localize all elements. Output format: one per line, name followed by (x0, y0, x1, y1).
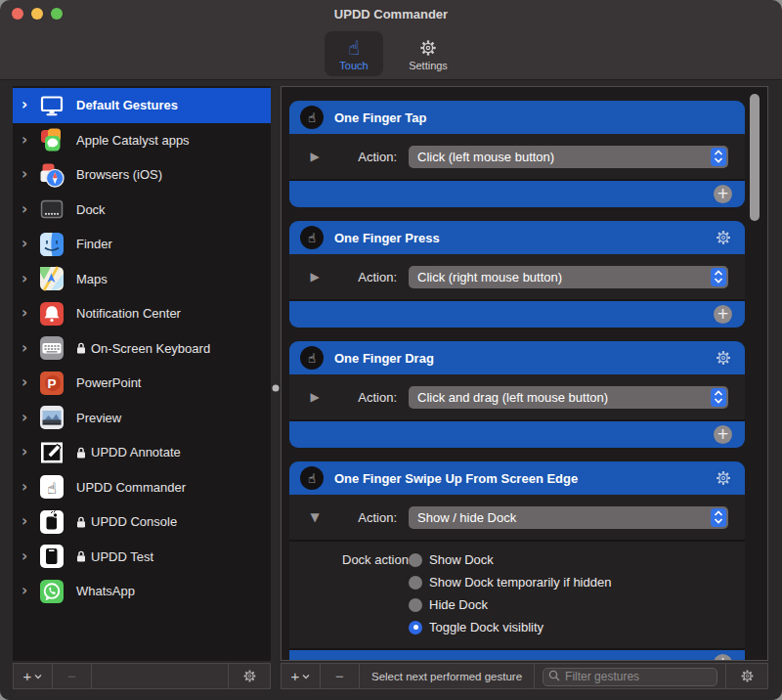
chevron-right-icon[interactable]: › (22, 514, 37, 529)
radio-row: Dock action:Show Dock (289, 548, 745, 571)
add-action-button[interactable]: + (714, 425, 732, 444)
radio-button[interactable] (409, 553, 422, 567)
gesture-settings-icon[interactable] (714, 348, 733, 368)
minus-icon: − (67, 668, 76, 684)
remove-gesture-button[interactable]: − (321, 664, 360, 688)
radio-button[interactable] (409, 621, 422, 634)
scrollbar-thumb[interactable] (750, 94, 760, 221)
sidebar-item-finder[interactable]: ›Finder (13, 227, 271, 262)
lock-icon (76, 447, 88, 459)
action-label: Action: (342, 510, 397, 525)
disclosure-right-icon[interactable]: ▶ (297, 390, 332, 404)
notification-icon (39, 301, 65, 327)
add-action-button[interactable]: + (714, 185, 732, 203)
gesture-card-header[interactable]: ☝One Finger Drag (289, 341, 745, 374)
chevron-right-icon[interactable]: › (22, 445, 37, 459)
chevron-right-icon[interactable]: › (22, 272, 37, 286)
disclosure-down-icon[interactable]: ▼ (297, 510, 332, 524)
pane-splitter[interactable] (271, 86, 281, 689)
sidebar-item-on-screen-keyboard[interactable]: ›On-Screen Keyboard (13, 331, 271, 367)
action-dropdown[interactable]: Click (left mouse button) (409, 146, 728, 168)
minimize-button[interactable] (31, 8, 43, 20)
lock-icon (76, 342, 88, 354)
gesture-settings-icon[interactable] (714, 228, 733, 247)
plus-icon: + (291, 669, 300, 683)
zoom-button[interactable] (51, 8, 63, 20)
gesture-card-body: ▼Action:Show / hide DockDock action:Show… (289, 495, 745, 648)
gesture-panel: ☝One Finger Tap▶Action:Click (left mouse… (281, 86, 768, 689)
sidebar-footer: + − (13, 663, 271, 689)
select-next-gesture-button[interactable]: Select next performed gesture (360, 664, 535, 688)
action-dropdown[interactable]: Click (right mouse button) (409, 266, 728, 288)
sidebar-item-default-gestures[interactable]: ›Default Gestures (13, 88, 271, 123)
dock-icon (39, 197, 65, 222)
gesture-card-body: ▶Action:Click (left mouse button) (289, 134, 745, 179)
sidebar-item-browsers-ios-[interactable]: ›Browsers (iOS) (13, 157, 271, 193)
chevron-right-icon[interactable]: › (22, 133, 37, 148)
filter-segment (535, 664, 726, 688)
sidebar-item-label: UPDD Commander (76, 480, 186, 495)
main-settings-button[interactable] (726, 664, 767, 688)
chevron-right-icon[interactable]: › (22, 480, 37, 495)
gesture-hand-icon: ☝ (300, 346, 324, 370)
chevron-down-icon (302, 674, 310, 679)
sidebar-item-updd-commander[interactable]: ›☝UPDD Commander (13, 470, 271, 505)
action-dropdown[interactable]: Show / hide Dock (409, 506, 728, 529)
close-button[interactable] (12, 8, 23, 20)
chevron-right-icon[interactable]: › (22, 341, 37, 356)
sidebar-item-label: Default Gestures (76, 98, 178, 112)
tab-touch[interactable]: ☝ Touch (325, 31, 383, 76)
action-dropdown[interactable]: Click and drag (left mouse button) (409, 386, 728, 409)
chevron-right-icon[interactable]: › (22, 411, 37, 425)
chevron-right-icon[interactable]: › (22, 549, 37, 564)
gesture-title: One Finger Press (334, 231, 714, 245)
action-row: ▼Action:Show / hide Dock (289, 495, 745, 540)
add-gesture-button[interactable]: + (282, 664, 321, 688)
gesture-card-header[interactable]: ☝One Finger Tap (289, 101, 745, 134)
action-label: Action: (342, 390, 397, 405)
sidebar-item-notification-center[interactable]: ›Notification Center (13, 296, 271, 331)
chevron-right-icon[interactable]: › (22, 202, 37, 217)
radio-row: Toggle Dock visiblity (289, 616, 745, 638)
sidebar-item-apple-catalyst-apps[interactable]: ›Apple Catalyst apps (13, 123, 271, 158)
add-action-button[interactable]: + (714, 305, 732, 324)
gesture-card-header[interactable]: ☝One Finger Press (289, 221, 745, 254)
sidebar-item-powerpoint[interactable]: ›PPowerPoint (13, 366, 271, 401)
tab-settings[interactable]: Settings (399, 31, 457, 76)
sidebar-add-button[interactable]: + (14, 664, 53, 688)
sidebar-item-maps[interactable]: ›Maps (13, 262, 271, 297)
sidebar-item-preview[interactable]: ›Preview (13, 401, 271, 436)
chevron-right-icon[interactable]: › (22, 306, 37, 321)
add-action-button[interactable]: + (714, 654, 732, 660)
sidebar-settings-button[interactable] (229, 664, 270, 688)
gesture-card-header[interactable]: ☝One Finger Swipe Up From Screen Edge (289, 461, 745, 495)
disclosure-right-icon[interactable]: ▶ (297, 150, 332, 163)
gesture-hand-icon: ☝ (300, 226, 324, 249)
action-label: Action: (342, 150, 397, 164)
sidebar-item-label: Notification Center (76, 306, 181, 321)
chevron-right-icon[interactable]: › (22, 237, 37, 251)
radio-button[interactable] (409, 576, 422, 590)
gesture-settings-icon[interactable] (714, 468, 733, 488)
splitter-handle[interactable] (273, 384, 280, 391)
maps-icon (39, 266, 65, 291)
chevron-right-icon[interactable]: › (22, 375, 37, 390)
annotate-icon (39, 440, 65, 465)
filter-gestures-input[interactable] (543, 668, 717, 686)
radio-button[interactable] (409, 598, 422, 612)
main-footer: + − Select next performed gesture (281, 663, 768, 689)
sidebar-remove-button[interactable]: − (53, 664, 92, 688)
toolbar: ☝ Touch Settings (0, 27, 782, 80)
chevron-right-icon[interactable]: › (22, 98, 37, 112)
sidebar-item-updd-test[interactable]: ›UPDD Test (13, 540, 271, 575)
sidebar-item-updd-annotate[interactable]: ›UPDD Annotate (13, 435, 271, 470)
sidebar-item-whatsapp[interactable]: ›WhatsApp (13, 574, 271, 609)
chevron-right-icon[interactable]: › (22, 584, 37, 598)
gesture-title: One Finger Swipe Up From Screen Edge (334, 471, 714, 486)
disclosure-right-icon[interactable]: ▶ (297, 270, 332, 284)
preview-icon (39, 405, 65, 430)
gesture-card-1: ☝One Finger Tap▶Action:Click (left mouse… (289, 101, 745, 207)
sidebar-item-updd-console[interactable]: ›UPDD Console (13, 504, 271, 540)
sidebar-item-dock[interactable]: ›Dock (13, 193, 271, 228)
chevron-right-icon[interactable]: › (22, 167, 37, 182)
